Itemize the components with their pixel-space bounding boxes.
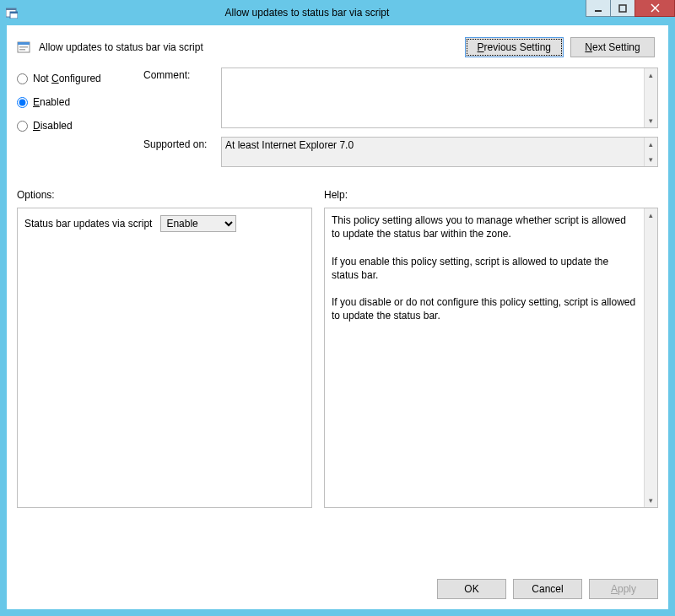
option-select[interactable]: Enable [160, 215, 236, 232]
svg-rect-1 [6, 8, 16, 10]
minimize-button[interactable] [586, 0, 611, 17]
right-fields: Comment: ▴ ▾ Supported on: At least Inte… [143, 68, 658, 176]
scroll-down-icon[interactable]: ▾ [645, 153, 657, 166]
close-icon [651, 3, 660, 13]
svg-rect-3 [10, 12, 18, 14]
client-area: Allow updates to status bar via script P… [7, 25, 668, 609]
help-panel: This policy setting allows you to manage… [324, 208, 658, 508]
state-radio-group: Not Configured Enabled Disabled [17, 68, 143, 176]
supported-textarea: At least Internet Explorer 7.0 ▴ ▾ [221, 137, 658, 167]
supported-row: Supported on: At least Internet Explorer… [143, 137, 658, 167]
scroll-down-icon[interactable]: ▾ [645, 114, 657, 127]
supported-label: Supported on: [143, 137, 221, 167]
close-button[interactable] [634, 0, 675, 17]
options-panel: Status bar updates via script Enable [17, 208, 312, 508]
next-setting-button[interactable]: Next Setting [570, 37, 655, 57]
svg-rect-11 [19, 49, 25, 51]
comment-value[interactable] [222, 68, 644, 127]
radio-not-configured[interactable]: Not Configured [17, 73, 143, 84]
maximize-icon [618, 4, 627, 13]
minimize-icon [594, 4, 602, 13]
scroll-down-icon[interactable]: ▾ [645, 494, 657, 507]
supported-value: At least Internet Explorer 7.0 [222, 138, 644, 166]
window-icon [0, 7, 24, 19]
help-text: This policy setting allows you to manage… [325, 208, 644, 507]
maximize-button[interactable] [610, 0, 635, 17]
comment-scrollbar[interactable]: ▴ ▾ [644, 68, 657, 127]
comment-row: Comment: ▴ ▾ [143, 68, 658, 128]
ok-button[interactable]: OK [437, 579, 506, 599]
nav-buttons: Previous Setting Next Setting [465, 37, 655, 57]
cancel-button[interactable]: Cancel [513, 579, 582, 599]
scroll-up-icon[interactable]: ▴ [645, 138, 657, 151]
titlebar[interactable]: Allow updates to status bar via script [0, 0, 675, 25]
radio-disabled-input[interactable] [17, 121, 28, 132]
options-label: Options: [17, 189, 324, 201]
radio-disabled[interactable]: Disabled [17, 120, 143, 132]
radio-not-configured-input[interactable] [17, 73, 28, 84]
previous-setting-button[interactable]: Previous Setting [465, 37, 564, 57]
window-controls [586, 0, 675, 17]
svg-rect-4 [595, 10, 602, 12]
panels-row: Status bar updates via script Enable Thi… [7, 204, 668, 508]
header-row: Allow updates to status bar via script P… [7, 25, 668, 64]
option-label: Status bar updates via script [24, 218, 152, 230]
options-inner: Status bar updates via script Enable [18, 208, 311, 507]
scroll-up-icon[interactable]: ▴ [645, 68, 657, 82]
svg-rect-5 [619, 5, 626, 12]
radio-enabled-input[interactable] [17, 97, 28, 108]
footer-buttons: OK Cancel Apply [437, 579, 658, 599]
scroll-up-icon[interactable]: ▴ [645, 208, 657, 222]
help-label: Help: [324, 189, 348, 201]
supported-scrollbar[interactable]: ▴ ▾ [644, 138, 657, 166]
comment-label: Comment: [143, 68, 221, 128]
window-title: Allow updates to status bar via script [24, 7, 675, 19]
help-scrollbar[interactable]: ▴ ▾ [644, 208, 657, 507]
section-labels: Options: Help: [7, 176, 668, 204]
policy-icon [17, 40, 32, 55]
svg-rect-10 [19, 46, 28, 48]
radio-not-configured-label: Not Configured [33, 73, 101, 84]
radio-disabled-label: Disabled [33, 120, 73, 132]
dialog-window: Allow updates to status bar via script [0, 0, 675, 616]
comment-textarea[interactable]: ▴ ▾ [221, 68, 658, 128]
option-row: Status bar updates via script Enable [24, 215, 305, 232]
policy-title: Allow updates to status bar via script [39, 41, 465, 53]
config-row: Not Configured Enabled Disabled Comment: [7, 64, 668, 176]
radio-enabled[interactable]: Enabled [17, 96, 143, 108]
apply-button[interactable]: Apply [589, 579, 658, 599]
radio-enabled-label: Enabled [33, 96, 70, 108]
svg-rect-9 [18, 42, 30, 45]
